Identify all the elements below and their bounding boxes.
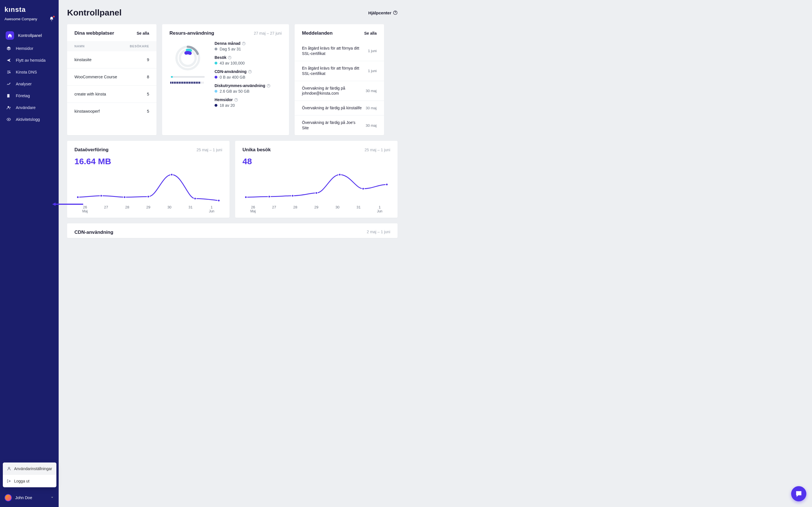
send-icon (6, 57, 12, 63)
chart-value: 48 (235, 154, 398, 166)
sidebar-item-activity[interactable]: Aktivitetslogg (3, 114, 56, 125)
sidebar-item-label: Hemsidor (16, 46, 33, 51)
sidebar-item-dns[interactable]: Kinsta DNS (3, 66, 56, 78)
help-icon[interactable] (267, 84, 270, 88)
help-icon[interactable] (234, 98, 238, 102)
card-title: Dina webbplatser (74, 31, 114, 36)
sidebar: kınsta Awesome Company Kontrollpanel Hem… (0, 0, 59, 253)
see-all-link[interactable]: Se alla (364, 31, 377, 36)
sidebar-item-analytics[interactable]: Analyser (3, 78, 56, 90)
date-range: 27 maj – 27 juni (254, 31, 282, 36)
resource-stats: Denna månad Dag 5 av 31 Besök 43 av 100,… (214, 41, 282, 108)
list-item[interactable]: En åtgärd krävs för att förnya ditt SSL-… (295, 61, 384, 81)
table-header: NAMN BESÖKARE (67, 41, 156, 51)
site-visitors: 9 (147, 57, 149, 62)
table-row[interactable]: kinstawooperf5 (67, 103, 156, 120)
col-visitors: BESÖKARE (130, 45, 149, 48)
table-row[interactable]: create with kinsta5 (67, 86, 156, 103)
cdn-usage-card: CDN-användning 2 maj – 1 juni (67, 223, 398, 238)
help-icon[interactable] (242, 42, 246, 45)
list-item[interactable]: Övervakning är färdig på Joe's Site30 ma… (295, 115, 384, 135)
data-transfer-card: Dataöverföring 25 maj – 1 juni 16.64 MB … (67, 141, 230, 218)
stat-value-text: Dag 5 av 31 (220, 47, 241, 51)
help-icon[interactable] (248, 70, 252, 73)
table-row[interactable]: WooCommerce Course8 (67, 68, 156, 86)
page-title: Kontrollpanel (67, 8, 121, 17)
tick-sub: Jun (201, 209, 222, 213)
help-icon[interactable] (228, 56, 232, 59)
color-dot (214, 104, 217, 107)
tick: 27 (96, 205, 117, 213)
sidebar-item-dashboard[interactable]: Kontrollpanel (3, 29, 56, 42)
unique-visits-card: Unika besök 25 maj – 1 juni 48 26Maj 27 … (235, 141, 398, 218)
svg-point-18 (194, 198, 196, 200)
list-item[interactable]: En åtgärd krävs för att förnya ditt SSL-… (295, 41, 384, 61)
tick: 30 (159, 205, 180, 213)
x-axis: 26Maj 27 28 29 30 31 1Jun (243, 203, 390, 213)
stat-label-text: CDN-användning (214, 69, 247, 74)
tick: 27 (264, 205, 285, 213)
stat-cdn: CDN-användning 0 B av 400 GB (214, 69, 282, 79)
see-all-link[interactable]: Se alla (137, 31, 149, 36)
sidebar-item-label: Kinsta DNS (16, 70, 37, 74)
top-cards-row: Dina webbplatser Se alla NAMN BESÖKARE k… (67, 24, 398, 135)
building-icon (6, 93, 12, 99)
tick: 26 (83, 205, 87, 209)
sites-card: Dina webbplatser Se alla NAMN BESÖKARE k… (67, 24, 156, 135)
page-header: Kontrollpanel Hjälpcenter (67, 8, 398, 17)
resource-visuals (169, 41, 206, 108)
color-dot (214, 76, 217, 78)
date-range: 2 maj – 1 juni (367, 230, 390, 235)
sidebar-item-users[interactable]: Användare (3, 102, 56, 113)
sidebar-item-company[interactable]: Företag (3, 90, 56, 101)
brand-logo: kınsta (0, 6, 59, 16)
sidebar-item-sites[interactable]: Hemsidor (3, 43, 56, 54)
sidebar-item-label: Användare (16, 105, 36, 110)
tick: 29 (138, 205, 159, 213)
resource-card: Resurs-användning 27 maj – 27 juni (162, 24, 289, 135)
tick-sub: Maj (74, 209, 96, 213)
stat-value-text: 18 av 20 (220, 103, 235, 108)
color-dot (214, 48, 217, 50)
tick-sub: Jun (369, 209, 390, 213)
svg-point-13 (77, 196, 79, 198)
date-range: 25 maj – 1 juni (364, 148, 390, 152)
card-title: Resurs-användning (169, 31, 214, 36)
primary-nav: Kontrollpanel Hemsidor Flytt av hemsida … (0, 27, 59, 127)
sidebar-item-migrations[interactable]: Flytt av hemsida (3, 55, 56, 66)
sidebar-item-label: Analyser (16, 82, 32, 86)
tick: 26 (251, 205, 255, 209)
table-row[interactable]: kinstasite9 (67, 51, 156, 68)
svg-point-17 (170, 173, 173, 176)
user-plus-icon (6, 105, 12, 111)
svg-point-16 (147, 195, 149, 198)
sites-table-body: kinstasite9 WooCommerce Course8 create w… (67, 51, 156, 120)
line-chart (74, 169, 222, 203)
eye-icon (6, 116, 12, 122)
svg-point-21 (268, 195, 270, 198)
stat-month: Denna månad Dag 5 av 31 (214, 41, 282, 51)
notif-text: Övervakning är färdig på Joe's Site (302, 120, 362, 131)
help-icon (393, 10, 398, 15)
tick: 29 (306, 205, 327, 213)
list-item[interactable]: Övervakning är färdig på kinstalife30 ma… (295, 101, 384, 115)
chart-value: 16.64 MB (67, 154, 230, 166)
notif-date: 1 juni (368, 49, 377, 53)
svg-point-1 (8, 119, 9, 120)
main-content: Kontrollpanel Hjälpcenter Dina webbplats… (59, 0, 406, 253)
svg-point-20 (245, 196, 247, 198)
svg-point-0 (8, 106, 9, 108)
tick: 31 (180, 205, 201, 213)
help-center-link[interactable]: Hjälpcenter (368, 10, 398, 15)
sidebar-item-label: Företag (16, 94, 30, 98)
svg-point-14 (100, 194, 102, 197)
svg-point-15 (123, 196, 126, 198)
stat-value-text: 0 B av 400 GB (220, 75, 245, 79)
line-chart (243, 169, 390, 203)
tick: 28 (117, 205, 138, 213)
svg-point-24 (339, 173, 341, 176)
notif-date: 30 maj (366, 89, 377, 93)
list-item[interactable]: Övervakning är färdig på johndoe@kinsta.… (295, 81, 384, 101)
notifications-bell-icon[interactable] (49, 16, 54, 21)
company-row: Awesome Company (0, 16, 59, 27)
